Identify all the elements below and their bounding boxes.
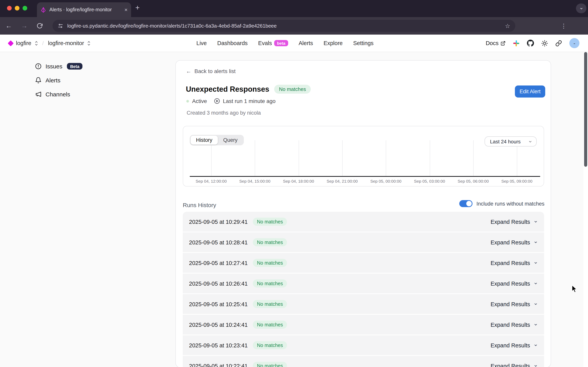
run-status-badge: No matches [253, 341, 287, 349]
back-to-alerts-link[interactable]: ← Back to alerts list [186, 68, 236, 74]
chevron-down-icon [528, 139, 532, 144]
sidebar-item-alerts[interactable]: Alerts [35, 76, 82, 84]
time-range-select[interactable]: Last 24 hours [485, 136, 537, 147]
project-selector[interactable]: logfire-monitor [48, 40, 84, 46]
active-status-label: Active [192, 98, 207, 104]
expand-results-button[interactable]: Expand Results [491, 239, 538, 245]
run-timestamp: 2025-09-05 at 10:28:41 [189, 239, 248, 245]
run-timestamp: 2025-09-05 at 10:25:41 [189, 301, 248, 307]
sidebar: Issues Beta Alerts Channels [35, 62, 82, 98]
run-row: 2025-09-05 at 10:25:41 No matches Expand… [183, 294, 544, 314]
run-row: 2025-09-05 at 10:24:41 No matches Expand… [183, 315, 544, 334]
slack-icon[interactable] [513, 40, 520, 46]
issues-icon [35, 63, 42, 70]
theme-sun-icon[interactable] [541, 40, 548, 46]
user-avatar[interactable]: - [569, 38, 579, 48]
expand-results-button[interactable]: Expand Results [491, 218, 538, 225]
browser-tab-strip: Alerts · logfire/logfire-monitor × + [0, 0, 588, 17]
site-settings-icon[interactable] [58, 23, 63, 29]
tab-title-fade [112, 2, 122, 17]
include-runs-toggle[interactable] [459, 200, 472, 207]
back-icon[interactable]: ← [5, 22, 12, 30]
share-link-icon[interactable] [555, 40, 562, 46]
expand-results-button[interactable]: Expand Results [491, 342, 538, 348]
chevron-down-icon [579, 6, 583, 10]
browser-tab[interactable]: Alerts · logfire/logfire-monitor × [37, 2, 131, 17]
sidebar-item-issues[interactable]: Issues Beta [35, 62, 82, 70]
tab-search-button[interactable] [576, 3, 587, 13]
run-status-badge: No matches [253, 321, 287, 329]
last-run-label: Last run 1 minute ago [223, 98, 275, 104]
run-timestamp: 2025-09-05 at 10:22:41 [189, 363, 248, 367]
run-status-badge: No matches [253, 238, 287, 246]
run-row: 2025-09-05 at 10:27:41 No matches Expand… [183, 253, 544, 273]
chart-gridline [342, 140, 343, 176]
reload-icon[interactable] [37, 23, 43, 29]
selector-chevrons-icon[interactable] [34, 41, 38, 46]
nav-explore[interactable]: Explore [324, 40, 343, 46]
nav-utilities: Docs [486, 38, 579, 48]
page-title: Unexpected Responses [186, 85, 269, 93]
chart-gridline [386, 140, 386, 176]
chevron-down-icon [534, 364, 538, 367]
minimize-window-button[interactable] [15, 6, 19, 10]
close-window-button[interactable] [7, 6, 12, 10]
run-status-badge: No matches [253, 362, 287, 367]
url-text: logfire-us.pydantic.dev/logfire/logfire-… [67, 23, 277, 29]
run-status-badge: No matches [253, 279, 287, 288]
run-status-badge: No matches [253, 217, 287, 226]
chart-gridline [473, 140, 474, 176]
forward-icon[interactable]: → [21, 22, 28, 30]
runs-history-heading: Runs History [183, 202, 216, 208]
docs-link[interactable]: Docs [486, 40, 506, 46]
address-bar[interactable]: logfire-us.pydantic.dev/logfire/logfire-… [52, 20, 515, 32]
run-timestamp: 2025-09-05 at 10:23:41 [189, 342, 248, 348]
browser-menu-icon[interactable]: ⋮ [561, 22, 567, 29]
window-controls [7, 6, 27, 10]
nav-evals[interactable]: Evals beta [258, 40, 288, 46]
chart-gridline [255, 140, 255, 176]
org-selector[interactable]: logfire [16, 40, 31, 46]
run-status-badge: No matches [253, 300, 287, 308]
page-content: Issues Beta Alerts Channels ← Back to al… [0, 52, 588, 367]
zoom-window-button[interactable] [23, 6, 27, 10]
app-top-nav: logfire / logfire-monitor Live Dashboard… [0, 34, 588, 52]
browser-toolbar: ← → logfire-us.pydantic.dev/logfire/logf… [0, 17, 588, 34]
chevron-down-icon [534, 302, 538, 306]
history-query-tabs: History Query [190, 135, 244, 145]
chart-tick-label: Sep 05, 03:00:00 [408, 179, 451, 184]
expand-results-button[interactable]: Expand Results [491, 301, 538, 307]
new-tab-icon[interactable]: + [135, 3, 140, 12]
chart-gridline [211, 140, 212, 176]
expand-results-button[interactable]: Expand Results [491, 260, 538, 266]
chart-tick-label: Sep 05, 06:00:00 [452, 179, 495, 184]
selector-chevrons-icon[interactable] [87, 41, 91, 46]
run-row: 2025-09-05 at 10:28:41 No matches Expand… [183, 232, 544, 252]
run-timestamp: 2025-09-05 at 10:29:41 [189, 218, 248, 225]
history-chart-card: Sep 04, 12:00:00Sep 04, 15:00:00Sep 04, … [183, 126, 544, 186]
expand-results-button[interactable]: Expand Results [491, 280, 538, 287]
nav-dashboards[interactable]: Dashboards [217, 40, 247, 46]
tab-history[interactable]: History [191, 136, 218, 145]
tab-query[interactable]: Query [218, 136, 243, 145]
expand-results-button[interactable]: Expand Results [491, 363, 538, 367]
close-tab-icon[interactable]: × [124, 7, 128, 12]
run-row: 2025-09-05 at 10:29:41 No matches Expand… [183, 212, 544, 232]
run-row: 2025-09-05 at 10:23:41 No matches Expand… [183, 335, 544, 355]
evals-beta-badge: beta [274, 40, 288, 46]
include-runs-toggle-label: Include runs without matches [476, 201, 545, 207]
nav-live[interactable]: Live [196, 40, 207, 46]
toggle-knob [466, 201, 472, 206]
scrollbar-track[interactable] [583, 52, 588, 367]
expand-results-button[interactable]: Expand Results [491, 322, 538, 328]
sidebar-item-channels[interactable]: Channels [35, 90, 82, 98]
scrollbar-thumb[interactable] [584, 52, 587, 167]
nav-alerts[interactable]: Alerts [299, 40, 313, 46]
bookmark-star-icon[interactable]: ☆ [505, 22, 510, 29]
bell-icon [35, 77, 42, 83]
breadcrumb-separator: / [42, 40, 44, 46]
nav-settings[interactable]: Settings [353, 40, 374, 46]
github-icon[interactable] [527, 40, 534, 47]
run-row: 2025-09-05 at 10:26:41 No matches Expand… [183, 274, 544, 293]
edit-alert-button[interactable]: Edit Alert [515, 85, 545, 98]
